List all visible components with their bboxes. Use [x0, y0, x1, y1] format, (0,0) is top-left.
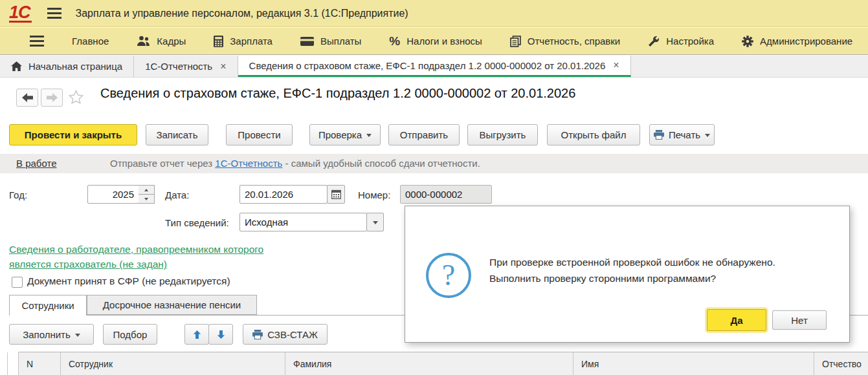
main-menu-hamburger-icon[interactable]: [47, 8, 61, 19]
people-icon: [137, 36, 150, 47]
column-header-n[interactable]: N: [19, 352, 61, 375]
dialog-message-line: При проверке встроенной проверкой ошибок…: [489, 254, 775, 270]
tab-label: 1С-Отчетность: [145, 61, 212, 72]
window-title: Зарплата и управление персоналом, редакц…: [76, 8, 408, 19]
info-type-input[interactable]: Исходная: [239, 213, 367, 231]
triangle-up-icon: [144, 189, 148, 191]
menu-item-otchetnost[interactable]: Отчетность, справки: [510, 36, 620, 47]
button-label: Отправить: [400, 129, 448, 140]
column-header-employee[interactable]: Сотрудник: [61, 352, 285, 375]
status-message: Отправьте отчет через 1С-Отчетность - са…: [110, 158, 480, 169]
button-label: Печать: [669, 129, 700, 140]
date-input[interactable]: 20.01.2026: [239, 185, 328, 204]
menu-label: Главное: [72, 36, 109, 47]
year-label: Год:: [9, 189, 27, 200]
stepper-up-button[interactable]: [139, 185, 155, 195]
percent-icon: %: [389, 34, 400, 48]
accepted-sfr-checkbox[interactable]: [12, 277, 23, 288]
status-strip: В работе Отправьте отчет через 1С-Отчетн…: [0, 154, 868, 173]
menu-item-nalogi[interactable]: % Налоги и взносы: [389, 34, 482, 48]
tab-home[interactable]: Начальная страница: [0, 56, 134, 77]
menu-label: Отчетность, справки: [528, 36, 620, 47]
dialog-message-line: Выполнить проверку сторонними программам…: [489, 270, 775, 286]
status-state-link[interactable]: В работе: [16, 158, 57, 169]
status-text: Отправьте отчет через: [110, 158, 215, 169]
button-label: Подбор: [113, 329, 148, 340]
export-button[interactable]: Выгрузить: [467, 124, 538, 145]
printer-icon: [252, 330, 263, 339]
info-type-dropdown-button[interactable]: [366, 213, 384, 231]
write-button[interactable]: Записать: [146, 124, 208, 145]
arrow-down-icon: [216, 330, 226, 339]
no-button[interactable]: Нет: [772, 310, 827, 330]
1c-reporting-link[interactable]: 1С-Отчетность: [215, 158, 282, 169]
link-line: Сведения о работодателе, правопреемником…: [9, 242, 263, 257]
yes-button[interactable]: Да: [707, 309, 766, 331]
menu-item-kadry[interactable]: Кадры: [137, 36, 186, 47]
status-text: - самый удобный способ сдачи отчетности.: [282, 158, 480, 169]
column-header-firstname[interactable]: Имя: [573, 352, 814, 375]
close-icon[interactable]: ×: [613, 59, 619, 71]
number-label: Номер:: [358, 189, 390, 200]
fill-menu-button[interactable]: Заполнить: [9, 324, 94, 345]
chevron-down-icon: [75, 334, 80, 337]
szv-stazh-print-button[interactable]: СЗВ-СТАЖ: [243, 324, 328, 345]
tab-1c-reporting[interactable]: 1С-Отчетность ×: [134, 56, 238, 77]
tab-label: Начальная страница: [28, 61, 122, 72]
hamburger-icon: [30, 36, 44, 47]
button-label: Провести и закрыть: [25, 129, 122, 140]
arrow-right-icon: [47, 93, 58, 102]
documents-icon: [510, 36, 521, 47]
column-header-lastname[interactable]: Фамилия: [285, 352, 573, 375]
card-icon: [300, 37, 314, 46]
menu-item-nastroika[interactable]: Настройка: [648, 36, 714, 47]
post-button[interactable]: Провести: [226, 124, 293, 145]
pick-button[interactable]: Подбор: [103, 324, 157, 345]
menu-item-main[interactable]: Главное: [72, 36, 109, 47]
year-input[interactable]: 2025: [87, 185, 139, 204]
button-label: Открыть файл: [561, 129, 627, 140]
dialog-message: При проверке встроенной проверкой ошибок…: [489, 254, 775, 286]
triangle-down-icon: [144, 198, 148, 200]
button-label: Записать: [156, 129, 197, 140]
forward-button[interactable]: [41, 89, 63, 107]
move-down-button[interactable]: [208, 324, 233, 345]
check-menu-button[interactable]: Проверка: [309, 124, 381, 145]
menu-item-vyplaty[interactable]: Выплаты: [300, 36, 361, 47]
open-file-button[interactable]: Открыть файл: [547, 124, 640, 145]
gear-icon: [742, 36, 753, 47]
column-header-patronymic[interactable]: Отчество: [814, 352, 868, 375]
back-button[interactable]: [16, 89, 38, 107]
menu-item-administrirovanie[interactable]: Администрирование: [742, 36, 852, 47]
date-picker-button[interactable]: [327, 185, 345, 204]
sections-hamburger-icon[interactable]: [14, 36, 44, 47]
button-label: Проверка: [318, 129, 362, 140]
print-menu-button[interactable]: Печать: [649, 124, 715, 145]
stepper-down-button[interactable]: [139, 195, 155, 204]
tab-employees[interactable]: Сотрудники: [9, 295, 87, 316]
check-confirmation-dialog: ? При проверке встроенной проверкой ошиб…: [405, 206, 850, 343]
move-up-button[interactable]: [184, 324, 209, 345]
tab-early-pension[interactable]: Досрочное назначение пенсии: [87, 295, 257, 315]
send-button[interactable]: Отправить: [388, 124, 460, 145]
post-and-close-button[interactable]: Провести и закрыть: [9, 124, 137, 145]
menu-label: Администрирование: [760, 36, 852, 47]
calculator-icon: [214, 36, 223, 47]
employer-successor-link[interactable]: Сведения о работодателе, правопреемником…: [9, 242, 263, 272]
button-label: СЗВ-СТАЖ: [267, 329, 318, 340]
close-icon[interactable]: ×: [220, 61, 226, 72]
menu-label: Зарплата: [230, 36, 273, 47]
menu-label: Налоги и взносы: [406, 36, 482, 47]
year-stepper: [139, 185, 155, 204]
tab-label: Досрочное назначение пенсии: [103, 299, 241, 310]
button-label: Заполнить: [23, 329, 71, 340]
favorites-star-icon[interactable]: [69, 90, 83, 107]
1c-logo-icon: 1С: [9, 4, 32, 23]
calendar-icon: [331, 189, 341, 199]
app-window: 1С Зарплата и управление персоналом, ред…: [0, 0, 868, 375]
menu-item-zarplata[interactable]: Зарплата: [214, 36, 273, 47]
button-label: Провести: [238, 129, 280, 140]
tab-efs1-report[interactable]: Сведения о страховом стаже, ЕФС-1 подраз…: [238, 56, 631, 77]
page-title: Сведения о страховом стаже, ЕФС-1 подраз…: [100, 86, 575, 101]
svg-text:?: ?: [442, 259, 455, 292]
